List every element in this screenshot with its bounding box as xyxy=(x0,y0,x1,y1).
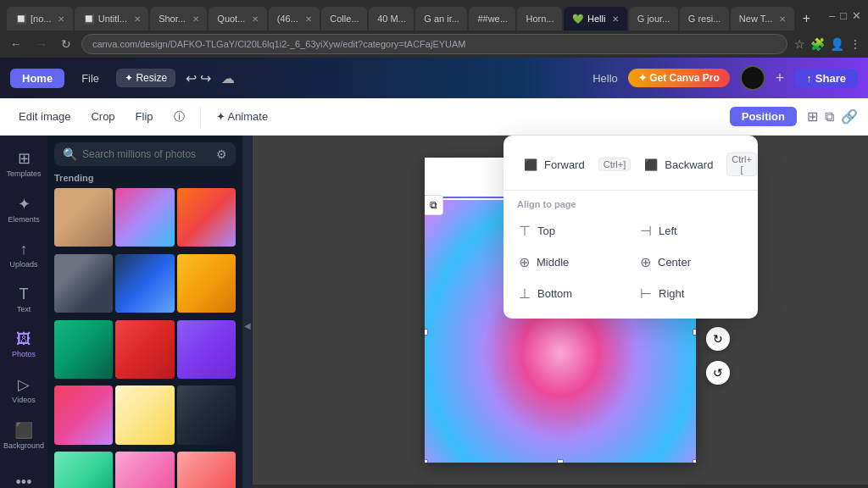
align-bottom-button[interactable]: ⊥ Bottom xyxy=(510,279,630,308)
copy-button-canvas[interactable]: ⧉ xyxy=(425,195,443,215)
tab-6[interactable]: Colle... xyxy=(321,7,367,30)
backward-button[interactable]: ⬛ Backward Ctrl+[ xyxy=(637,149,764,180)
tab-9[interactable]: ##we... xyxy=(469,7,515,30)
photo-cell-11[interactable] xyxy=(115,385,174,444)
align-middle-button[interactable]: ⊕ Middle xyxy=(510,247,630,277)
crop-button[interactable]: Crop xyxy=(82,107,123,126)
sidebar-item-text[interactable]: T Text xyxy=(3,279,45,320)
sidebar-item-background[interactable]: ⬛ Background xyxy=(3,414,45,457)
maximize-icon[interactable]: □ xyxy=(840,9,847,22)
plus-button[interactable]: + xyxy=(776,69,785,87)
forward-button[interactable]: ⬛ Forward Ctrl+] xyxy=(517,154,637,175)
canva-pro-button[interactable]: ✦ Get Canva Pro xyxy=(628,69,730,87)
rotate-ccw-icon: ↺ xyxy=(713,366,723,380)
sidebar-item-photos[interactable]: 🖼 Photos xyxy=(3,324,45,365)
photo-cell-3[interactable] xyxy=(177,188,236,247)
photo-cell-10[interactable] xyxy=(54,385,113,444)
tab-14-close[interactable]: ✕ xyxy=(779,14,786,24)
flip-button[interactable]: Flip xyxy=(127,107,162,126)
resize-button[interactable]: ✦ Resize xyxy=(116,69,175,87)
tab-14[interactable]: New T...✕ xyxy=(731,7,794,30)
tab-4[interactable]: Quot...✕ xyxy=(209,7,266,30)
redo-button[interactable]: ↪ xyxy=(200,70,211,86)
filter-icon[interactable]: ⚙ xyxy=(216,147,227,161)
dropdown-divider-1 xyxy=(504,190,758,191)
align-grid: ⊤ Top ⊣ Left ⊕ Middle ⊕ Center ⊥ Bottom … xyxy=(504,213,758,312)
edit-image-button[interactable]: Edit image xyxy=(10,107,79,126)
layers-icon[interactable]: ⧉ xyxy=(825,109,834,125)
align-center-button[interactable]: ⊕ Center xyxy=(632,247,751,277)
photo-cell-9[interactable] xyxy=(177,320,236,379)
animate-button[interactable]: ✦ Animate xyxy=(208,107,277,126)
cloud-save-button[interactable]: ☁ xyxy=(221,70,235,86)
close-icon[interactable]: ✕ xyxy=(852,9,861,22)
grid-icon[interactable]: ⊞ xyxy=(807,108,818,125)
align-top-button[interactable]: ⊤ Top xyxy=(510,216,630,246)
home-button[interactable]: Home xyxy=(10,69,64,88)
photo-cell-5[interactable] xyxy=(115,254,174,313)
refresh-button[interactable]: ↻ xyxy=(58,36,75,53)
tab-2-favicon: 🔲 xyxy=(83,14,95,25)
extensions-icon[interactable]: 🧩 xyxy=(810,37,825,51)
tab-2[interactable]: 🔲Untitl...✕ xyxy=(75,7,148,30)
photo-cell-15[interactable] xyxy=(177,452,236,488)
align-left-button[interactable]: ⊣ Left xyxy=(632,216,751,246)
tab-13[interactable]: G resi... xyxy=(680,7,729,30)
tab-8[interactable]: G an ir... xyxy=(415,7,467,30)
photo-cell-1[interactable] xyxy=(54,188,113,247)
menu-icon[interactable]: ⋮ xyxy=(849,37,861,51)
undo-button[interactable]: ↩ xyxy=(186,70,197,86)
info-button[interactable]: ⓘ xyxy=(165,106,193,128)
tab-active-close[interactable]: ✕ xyxy=(612,14,619,24)
tab-1[interactable]: 🔲[no...✕ xyxy=(7,7,73,30)
link-icon[interactable]: 🔗 xyxy=(841,108,858,125)
tab-12[interactable]: G jour... xyxy=(629,7,678,30)
photo-cell-7[interactable] xyxy=(54,320,113,379)
photo-cell-14[interactable] xyxy=(115,452,174,488)
rotate-button-2[interactable]: ↺ xyxy=(706,361,730,385)
tab-7[interactable]: 40 M... xyxy=(369,7,414,30)
share-button[interactable]: ↑ Share xyxy=(794,69,858,88)
sidebar-more[interactable]: ••• More xyxy=(3,467,45,488)
photo-cell-12[interactable] xyxy=(177,385,236,444)
handle-bm[interactable] xyxy=(557,459,564,463)
handle-br[interactable] xyxy=(693,459,696,463)
backward-label: Backward xyxy=(665,158,713,171)
tab-5-close[interactable]: ✕ xyxy=(305,14,312,24)
tab-3[interactable]: Shor...✕ xyxy=(150,7,207,30)
back-button[interactable]: ← xyxy=(7,36,25,53)
tab-4-close[interactable]: ✕ xyxy=(252,14,259,24)
panel-collapse-handle[interactable]: ◀ xyxy=(242,136,253,488)
position-button[interactable]: Position xyxy=(730,107,797,126)
photo-cell-4[interactable] xyxy=(54,254,113,313)
minimize-icon[interactable]: – xyxy=(829,9,835,22)
handle-mr[interactable] xyxy=(693,329,696,336)
forward-button[interactable]: → xyxy=(32,36,51,53)
tab-active[interactable]: 💚Helli✕ xyxy=(564,7,627,30)
address-bar[interactable]: canva.com/design/DAFKO-TLGaY/Cl20L6lq1i2… xyxy=(81,34,787,54)
sidebar-item-uploads[interactable]: ↑ Uploads xyxy=(3,234,45,275)
tab-5[interactable]: (46...✕ xyxy=(269,7,320,30)
profile-icon[interactable]: 👤 xyxy=(830,37,844,51)
handle-ml[interactable] xyxy=(425,329,428,336)
search-input[interactable] xyxy=(82,148,211,160)
align-bottom-label: Bottom xyxy=(537,287,572,300)
tab-1-close[interactable]: ✕ xyxy=(58,14,64,24)
sidebar-item-videos[interactable]: ▷ Videos xyxy=(3,369,45,411)
sidebar-item-templates[interactable]: ⊞ Templates xyxy=(3,142,45,185)
new-tab-button[interactable]: + xyxy=(796,7,817,30)
trending-label: Trending xyxy=(47,173,242,188)
photo-cell-13[interactable] xyxy=(54,452,113,488)
photo-cell-8[interactable] xyxy=(115,320,174,379)
tab-2-close[interactable]: ✕ xyxy=(134,14,141,24)
tab-10[interactable]: Horn... xyxy=(517,7,562,30)
photo-cell-2[interactable] xyxy=(115,188,174,247)
photo-cell-6[interactable] xyxy=(177,254,236,313)
align-right-button[interactable]: ⊢ Right xyxy=(632,279,751,308)
file-button[interactable]: File xyxy=(75,69,106,88)
tab-3-close[interactable]: ✕ xyxy=(192,14,199,24)
rotate-button[interactable]: ↻ xyxy=(706,327,730,351)
sidebar-item-elements[interactable]: ✦ Elements xyxy=(3,188,45,230)
star-icon[interactable]: ☆ xyxy=(794,37,805,51)
handle-bl[interactable] xyxy=(425,459,428,463)
